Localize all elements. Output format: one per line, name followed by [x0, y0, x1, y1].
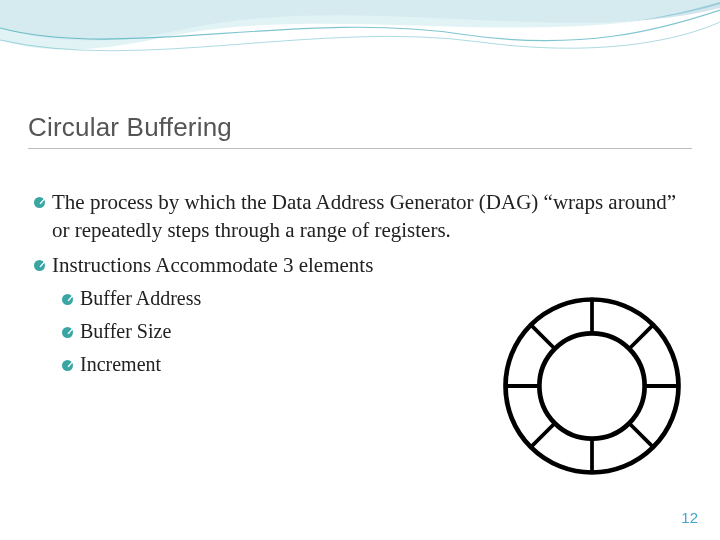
svg-line-3	[629, 325, 653, 349]
bullet-text: Buffer Address	[80, 287, 201, 309]
svg-point-1	[539, 333, 644, 438]
svg-line-7	[531, 423, 555, 447]
header-wave	[0, 0, 720, 100]
slide-title: Circular Buffering	[28, 112, 232, 143]
bullet-text: The process by which the Data Address Ge…	[52, 190, 676, 242]
bullet-item: The process by which the Data Address Ge…	[34, 188, 686, 245]
page-number: 12	[681, 509, 698, 526]
bullet-item: Instructions Accommodate 3 elements	[34, 251, 686, 279]
svg-line-9	[531, 325, 555, 349]
ring-diagram-icon	[498, 292, 686, 480]
bullet-text: Instructions Accommodate 3 elements	[52, 253, 373, 277]
title-underline	[28, 148, 692, 149]
svg-line-5	[629, 423, 653, 447]
bullet-text: Buffer Size	[80, 320, 171, 342]
bullet-text: Increment	[80, 353, 161, 375]
